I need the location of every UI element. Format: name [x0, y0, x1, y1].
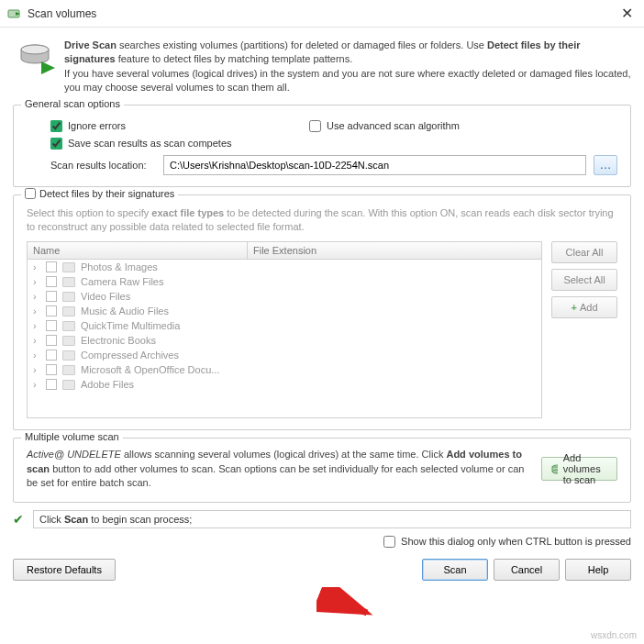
intro-text: Drive Scan searches existing volumes (pa…	[64, 39, 631, 95]
file-types-tree[interactable]: Name File Extension ›Photos & Images›Cam…	[27, 241, 542, 418]
svg-line-8	[321, 594, 367, 613]
multi-legend: Multiple volume scan	[21, 431, 123, 442]
window-title: Scan volumes	[28, 7, 617, 20]
tree-item[interactable]: ›Electronic Books	[28, 333, 541, 348]
location-label: Scan results location:	[50, 160, 156, 171]
browse-button[interactable]: …	[594, 155, 617, 175]
restore-defaults-button[interactable]: Restore Defaults	[13, 559, 116, 581]
show-dialog-checkbox[interactable]: Show this dialog only when CTRL button i…	[383, 536, 631, 548]
multiple-volume-scan: Multiple volume scan Active@ UNDELETE al…	[13, 438, 631, 502]
clear-all-button[interactable]: Clear All	[551, 241, 617, 263]
drive-scan-icon	[18, 39, 55, 75]
tree-item[interactable]: ›Video Files	[28, 289, 541, 304]
add-volumes-button[interactable]: Add volumes to scan	[541, 457, 617, 481]
svg-point-7	[552, 470, 558, 473]
tree-item[interactable]: ›Music & Audio Files	[28, 304, 541, 318]
cancel-button[interactable]: Cancel	[494, 559, 560, 581]
tree-item[interactable]: ›Adobe Files	[28, 377, 541, 392]
svg-marker-4	[41, 61, 55, 74]
scan-icon	[7, 6, 22, 21]
location-input[interactable]	[163, 155, 586, 175]
signatures-legend[interactable]: Detect files by their signatures	[21, 188, 178, 199]
tree-item[interactable]: ›Microsoft & OpenOffice Docu...	[28, 362, 541, 377]
signatures-desc: Select this option to specify exact file…	[27, 206, 617, 235]
button-row: Restore Defaults Scan Cancel Help	[13, 557, 631, 583]
ignore-errors-checkbox[interactable]: Ignore errors	[50, 120, 126, 132]
tree-header: Name File Extension	[28, 242, 541, 260]
volume-icon	[551, 462, 558, 475]
general-legend: General scan options	[21, 98, 124, 109]
help-button[interactable]: Help	[565, 559, 631, 581]
titlebar: Scan volumes ✕	[0, 0, 644, 28]
status-text: Click Scan to begin scan process;	[33, 510, 631, 528]
svg-point-3	[21, 45, 49, 54]
add-filetype-button[interactable]: +Add	[551, 296, 617, 318]
close-button[interactable]: ✕	[617, 5, 637, 22]
use-advanced-checkbox[interactable]: Use advanced scan algorithm	[309, 120, 460, 132]
scan-button[interactable]: Scan	[422, 559, 488, 581]
tree-item[interactable]: ›QuickTime Multimedia	[28, 318, 541, 333]
check-icon: ✔	[13, 512, 28, 527]
annotation-arrow	[316, 587, 381, 624]
tree-item[interactable]: ›Photos & Images	[28, 260, 541, 274]
general-scan-options: General scan options Ignore errors Use a…	[13, 105, 631, 187]
detect-signatures: Detect files by their signatures Select …	[13, 194, 631, 431]
tree-item[interactable]: ›Camera Raw Files	[28, 274, 541, 289]
save-results-checkbox[interactable]: Save scan results as scan competes	[50, 138, 232, 150]
select-all-button[interactable]: Select All	[551, 269, 617, 291]
intro-section: Drive Scan searches existing volumes (pa…	[13, 35, 631, 105]
tree-item[interactable]: ›Compressed Archives	[28, 348, 541, 362]
signatures-checkbox[interactable]	[25, 188, 36, 199]
watermark: wsxdn.com	[591, 630, 637, 640]
status-row: ✔ Click Scan to begin scan process;	[13, 510, 631, 528]
multi-desc: Active@ UNDELETE allows scanning several…	[27, 448, 532, 490]
